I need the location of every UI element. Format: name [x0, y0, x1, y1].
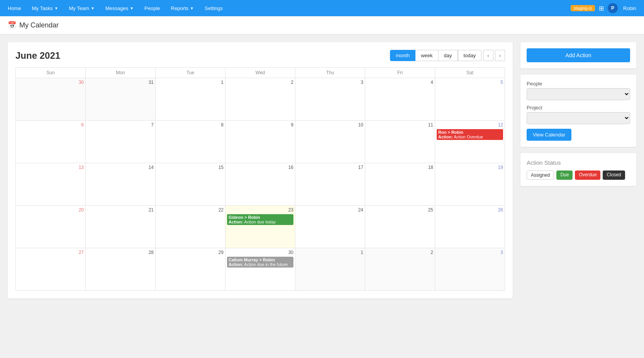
calendar-event[interactable]: Gideon > RobinAction: Action due today [227, 214, 293, 225]
view-today-button[interactable]: today [458, 50, 482, 61]
day-number: 18 [367, 165, 433, 170]
calendar-cell[interactable]: 22 [156, 206, 225, 248]
calendar-cell[interactable]: 30Callum Murray > RobinAction: Action du… [225, 248, 295, 291]
event-person: Callum Murray > Robin [229, 257, 292, 262]
view-week-button[interactable]: week [415, 50, 438, 61]
day-number: 27 [17, 250, 84, 255]
day-number: 7 [87, 122, 154, 128]
nav-my-tasks[interactable]: My Tasks ▼ [31, 1, 60, 16]
nav-my-team[interactable]: My Team ▼ [68, 1, 96, 16]
calendar-cell[interactable]: 7 [86, 121, 156, 163]
calendar-cell[interactable]: 15 [156, 163, 225, 206]
my-tasks-chevron: ▼ [54, 6, 58, 10]
calendar-cell[interactable]: 3 [435, 248, 505, 291]
people-select[interactable] [527, 88, 630, 100]
day-number: 12 [437, 122, 503, 128]
calendar-cell[interactable]: 17 [295, 163, 365, 206]
nav-messages[interactable]: Messages ▼ [104, 1, 135, 16]
people-label: People [527, 81, 630, 87]
calendar-cell[interactable]: 20 [16, 206, 86, 248]
calendar-area: June 2021 month week day today ‹ › Sun M… [8, 42, 513, 298]
nav-people[interactable]: People [143, 1, 161, 16]
nav-reports[interactable]: Reports ▼ [169, 1, 195, 16]
calendar-cell[interactable]: 18 [365, 163, 435, 206]
grid-icon[interactable]: ⊞ [599, 5, 604, 12]
view-month-button[interactable]: month [390, 50, 415, 61]
day-number: 16 [227, 165, 293, 170]
calendar-cell[interactable]: 10 [295, 121, 365, 163]
calendar-cell[interactable]: 25 [365, 206, 435, 248]
day-number: 20 [17, 207, 84, 213]
reports-chevron: ▼ [190, 6, 194, 10]
calendar-cell[interactable]: 6 [16, 121, 86, 163]
status-badges: Assigned Due Overdue Closed [527, 170, 630, 180]
day-number: 2 [227, 80, 293, 85]
nav-settings[interactable]: Settings [203, 1, 224, 16]
filter-card: People Project View Calendar [520, 75, 636, 147]
calendar-cell[interactable]: 2 [365, 248, 435, 291]
calendar-cell[interactable]: 1 [156, 78, 225, 121]
next-month-button[interactable]: › [495, 50, 505, 61]
event-person: Gideon > Robin [229, 215, 292, 220]
calendar-cell[interactable]: 3 [295, 78, 365, 121]
calendar-controls: month week day today ‹ › [390, 50, 505, 61]
calendar-cell[interactable]: 30 [16, 78, 86, 121]
prev-month-button[interactable]: ‹ [483, 50, 493, 61]
page-header: 📅 My Calendar [0, 16, 644, 34]
calendar-cell[interactable]: 11 [365, 121, 435, 163]
calendar-grid: Sun Mon Tue Wed Thu Fri Sat 303112345678… [15, 67, 505, 291]
badge-overdue: Overdue [575, 170, 600, 180]
user-avatar[interactable]: P [608, 3, 618, 13]
calendar-cell[interactable]: 23Gideon > RobinAction: Action due today [225, 206, 295, 248]
day-number: 26 [437, 207, 503, 213]
calendar-cell[interactable]: 28 [86, 248, 156, 291]
nav-user-name[interactable]: Robin [622, 1, 638, 16]
calendar-event[interactable]: Callum Murray > RobinAction: Action due … [227, 257, 293, 268]
day-number: 3 [437, 250, 503, 255]
calendar-cell[interactable]: 27 [16, 248, 86, 291]
calendar-cell[interactable]: 12Ron > RobinAction: Action Overdue [435, 121, 505, 163]
calendar-cell[interactable]: 13 [16, 163, 86, 206]
view-day-button[interactable]: day [439, 50, 458, 61]
day-number: 8 [157, 122, 224, 128]
day-number: 25 [367, 207, 433, 213]
calendar-cell[interactable]: 26 [435, 206, 505, 248]
calendar-cell[interactable]: 9 [225, 121, 295, 163]
calendar-cell[interactable]: 8 [156, 121, 225, 163]
staging-badge: staging-ci [571, 5, 595, 11]
day-number: 23 [227, 207, 293, 213]
calendar-cell[interactable]: 1 [295, 248, 365, 291]
col-header-wed: Wed [225, 68, 295, 78]
add-action-button[interactable]: Add Action [527, 48, 630, 62]
calendar-cell[interactable]: 31 [86, 78, 156, 121]
calendar-cell[interactable]: 5 [435, 78, 505, 121]
project-select[interactable] [527, 112, 630, 124]
day-number: 5 [437, 80, 503, 85]
calendar-icon: 📅 [8, 21, 16, 29]
top-navigation: Home My Tasks ▼ My Team ▼ Messages ▼ Peo… [0, 0, 644, 16]
badge-assigned: Assigned [527, 170, 554, 180]
calendar-cell[interactable]: 19 [435, 163, 505, 206]
day-number: 10 [297, 122, 363, 128]
calendar-cell[interactable]: 2 [225, 78, 295, 121]
nav-home[interactable]: Home [6, 1, 23, 16]
col-header-tue: Tue [156, 68, 225, 78]
calendar-cell[interactable]: 14 [86, 163, 156, 206]
day-number: 1 [297, 250, 363, 255]
day-number: 14 [87, 165, 154, 170]
calendar-cell[interactable]: 4 [365, 78, 435, 121]
calendar-cell[interactable]: 16 [225, 163, 295, 206]
calendar-event[interactable]: Ron > RobinAction: Action Overdue [437, 129, 503, 140]
calendar-cell[interactable]: 29 [156, 248, 225, 291]
col-header-sat: Sat [435, 68, 505, 78]
main-content: June 2021 month week day today ‹ › Sun M… [0, 34, 644, 306]
view-calendar-button[interactable]: View Calendar [527, 129, 571, 141]
calendar-cell[interactable]: 24 [295, 206, 365, 248]
page-title: My Calendar [19, 21, 59, 29]
day-number: 15 [157, 165, 224, 170]
day-number: 4 [367, 80, 433, 85]
action-status-title: Action Status [527, 159, 630, 166]
day-number: 1 [157, 80, 224, 85]
day-number: 29 [157, 250, 224, 255]
calendar-cell[interactable]: 21 [86, 206, 156, 248]
